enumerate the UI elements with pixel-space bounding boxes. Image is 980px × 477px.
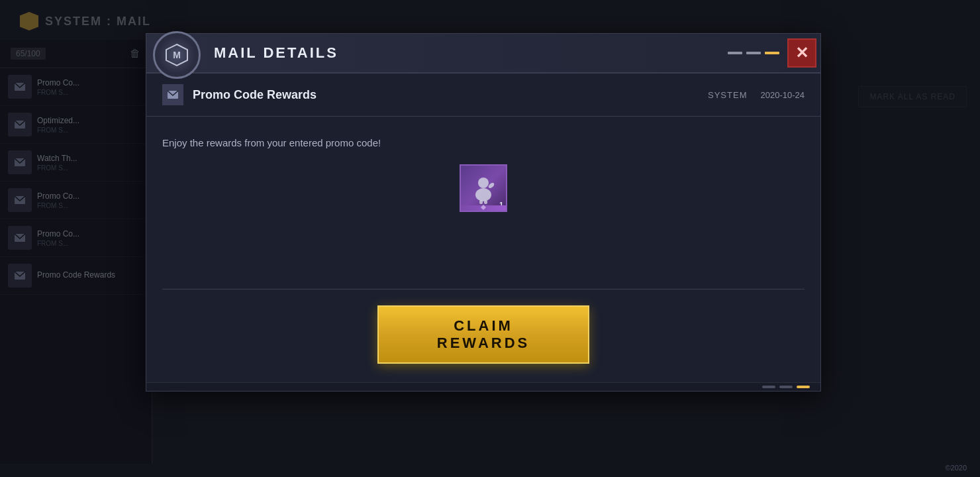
watermark: ©2020: [945, 464, 967, 472]
scrollbar-dot-active: [797, 386, 810, 388]
control-line-2: [746, 52, 761, 54]
claim-button-area: CLAIM REWARDS: [146, 290, 820, 382]
mail-detail-header: Promo Code Rewards SYSTEM 2020-10-24: [146, 74, 820, 117]
modal-emblem: M: [153, 31, 201, 79]
mail-sender: SYSTEM: [708, 90, 747, 100]
claim-rewards-button[interactable]: CLAIM REWARDS: [377, 305, 589, 364]
control-line-active: [765, 52, 779, 54]
modal-footer-scrollbar: [146, 382, 820, 391]
svg-point-10: [478, 178, 489, 188]
reward-item[interactable]: 1: [460, 164, 507, 212]
mail-detail-title: Promo Code Rewards: [193, 88, 317, 102]
scrollbar-dot-2: [779, 386, 793, 388]
mail-date: 2020-10-24: [761, 90, 805, 100]
svg-rect-13: [484, 200, 487, 204]
modal-close-button[interactable]: ✕: [787, 38, 816, 68]
mail-details-modal: M MAIL DETAILS ✕ Promo Code Rewards SYST…: [146, 33, 821, 392]
modal-body: Promo Code Rewards SYSTEM 2020-10-24 Enj…: [146, 74, 820, 391]
modal-title: MAIL DETAILS: [214, 44, 728, 62]
svg-rect-12: [479, 200, 483, 204]
reward-area: 1: [162, 151, 805, 232]
svg-point-9: [475, 188, 491, 201]
reward-item-bottom-bar: [461, 205, 506, 211]
mail-detail-type-icon: [162, 84, 183, 105]
modal-header: M MAIL DETAILS ✕: [146, 34, 820, 74]
svg-text:M: M: [173, 50, 181, 60]
mail-message: Enjoy the rewards from your entered prom…: [162, 135, 805, 151]
mail-content: Enjoy the rewards from your entered prom…: [146, 117, 820, 289]
scrollbar-dot-1: [762, 386, 775, 388]
reward-character-icon: [466, 171, 501, 205]
emblem-icon: M: [165, 43, 189, 67]
control-line-1: [728, 52, 742, 54]
reward-item-image: [466, 171, 501, 205]
mail-detail-meta: SYSTEM 2020-10-24: [708, 90, 805, 100]
reward-diamond-icon: [481, 205, 486, 210]
modal-controls: [728, 52, 779, 54]
